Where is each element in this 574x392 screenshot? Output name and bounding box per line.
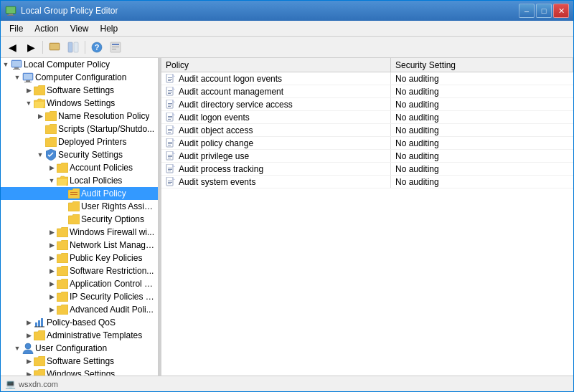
tree-expander-name-resolution[interactable]: ▶ xyxy=(35,111,45,121)
policy-text-audit-system-events: Audit system events xyxy=(179,177,255,187)
tree-expander-user-software-settings[interactable]: ▶ xyxy=(24,356,34,366)
tree-item-software-restriction[interactable]: ▶Software Restriction... xyxy=(1,264,158,277)
tree-expander-software-settings[interactable]: ▶ xyxy=(24,85,34,95)
tree-expander-windows-settings[interactable]: ▼ xyxy=(24,98,34,108)
list-row[interactable]: Audit privilege useNo auditing xyxy=(161,150,573,163)
tree-item-computer-configuration[interactable]: ▼Computer Configuration xyxy=(1,71,158,84)
tree-item-applocker[interactable]: ▶Application Control P... xyxy=(1,277,158,290)
tree-expander-security-settings[interactable]: ▼ xyxy=(35,150,45,160)
tree-item-security-options[interactable]: Security Options xyxy=(1,213,158,226)
tree-item-name-resolution[interactable]: ▶Name Resolution Policy xyxy=(1,110,158,123)
list-row[interactable]: Audit system eventsNo auditing xyxy=(161,176,573,188)
tree-pane[interactable]: ▼Local Computer Policy▼Computer Configur… xyxy=(1,58,159,376)
tree-expander-security-options[interactable] xyxy=(58,214,68,224)
tree-item-audit-policy[interactable]: Audit Policy xyxy=(1,187,158,200)
tree-item-software-settings[interactable]: ▶Software Settings xyxy=(1,84,158,97)
cell-policy-audit-policy-change: Audit policy change xyxy=(161,137,391,149)
tree-expander-user-windows-settings[interactable]: ▶ xyxy=(24,369,34,376)
policy-text-audit-account-logon: Audit account logon events xyxy=(179,74,282,84)
title-bar: Local Group Policy Editor – □ ✕ xyxy=(1,1,573,21)
tree-item-network-list[interactable]: ▶Network List Manage... xyxy=(1,239,158,252)
tree-item-user-windows-settings[interactable]: ▶Windows Settings xyxy=(1,368,158,376)
tree-expander-network-list[interactable]: ▶ xyxy=(47,240,57,250)
tree-item-ip-security[interactable]: ▶IP Security Policies o... xyxy=(1,290,158,303)
forward-button[interactable]: ▶ xyxy=(22,39,39,56)
tree-item-advanced-audit[interactable]: ▶Advanced Audit Poli... xyxy=(1,303,158,316)
tree-expander-computer-configuration[interactable]: ▼ xyxy=(12,72,22,82)
column-header-policy[interactable]: Policy xyxy=(161,58,391,72)
tree-expander-ip-security[interactable]: ▶ xyxy=(47,292,57,302)
main-content: ▼Local Computer Policy▼Computer Configur… xyxy=(1,58,573,376)
minimize-button[interactable]: – xyxy=(519,4,535,18)
tree-label-computer-configuration: Computer Configuration xyxy=(35,72,126,82)
tree-item-user-configuration[interactable]: ▼User Configuration xyxy=(1,342,158,355)
tree-icon-deployed-printers xyxy=(45,136,57,148)
tree-item-user-software-settings[interactable]: ▶Software Settings xyxy=(1,355,158,368)
status-text: wsxdn.com xyxy=(19,380,58,388)
tree-expander-admin-templates[interactable]: ▶ xyxy=(24,330,34,340)
list-row[interactable]: Audit object accessNo auditing xyxy=(161,124,573,137)
tree-expander-user-rights[interactable] xyxy=(58,201,68,211)
show-hide-button[interactable] xyxy=(65,39,82,56)
cell-setting-audit-account-logon: No auditing xyxy=(391,72,573,85)
list-view[interactable]: Policy Security Setting Audit account lo… xyxy=(161,58,573,376)
tree-expander-advanced-audit[interactable]: ▶ xyxy=(47,305,57,315)
tree-label-local-policies: Local Policies xyxy=(70,176,122,186)
menu-view[interactable]: View xyxy=(65,22,95,35)
tree-label-user-software-settings: Software Settings xyxy=(47,356,114,366)
tree-item-account-policies[interactable]: ▶Account Policies xyxy=(1,161,158,174)
tree-item-windows-firewall[interactable]: ▶Windows Firewall wi... xyxy=(1,226,158,239)
svg-rect-21 xyxy=(24,82,32,82)
help-button[interactable]: ? xyxy=(88,39,105,56)
tree-label-policy-based-qos: Policy-based QoS xyxy=(47,317,116,328)
status-icon: 💻 xyxy=(5,379,16,389)
tree-expander-applocker[interactable]: ▶ xyxy=(47,279,57,289)
tree-expander-account-policies[interactable]: ▶ xyxy=(47,163,57,173)
tree-icon-audit-policy xyxy=(68,188,80,199)
maximize-button[interactable]: □ xyxy=(536,4,552,18)
cell-setting-audit-system-events: No auditing xyxy=(391,176,573,188)
tree-label-advanced-audit: Advanced Audit Poli... xyxy=(70,305,154,315)
tree-expander-windows-firewall[interactable]: ▶ xyxy=(47,227,57,237)
tree-expander-local-policies[interactable]: ▼ xyxy=(47,176,57,186)
back-button[interactable]: ◀ xyxy=(4,39,21,56)
menu-action[interactable]: Action xyxy=(29,22,64,35)
list-row[interactable]: Audit account managementNo auditing xyxy=(161,85,573,98)
tree-item-windows-settings[interactable]: ▼Windows Settings xyxy=(1,97,158,110)
svg-rect-60 xyxy=(168,171,171,171)
list-row[interactable]: Audit logon eventsNo auditing xyxy=(161,111,573,124)
tree-item-local-computer-policy[interactable]: ▼Local Computer Policy xyxy=(1,58,158,71)
tree-icon-windows-settings xyxy=(34,97,45,109)
tree-label-admin-templates: Administrative Templates xyxy=(47,330,142,340)
list-row[interactable]: Audit policy changeNo auditing xyxy=(161,137,573,150)
cell-setting-audit-object-access: No auditing xyxy=(391,124,573,136)
menu-file[interactable]: File xyxy=(4,22,29,35)
properties-button[interactable] xyxy=(107,39,124,56)
tree-item-scripts[interactable]: Scripts (Startup/Shutdo... xyxy=(1,123,158,135)
tree-expander-local-computer-policy[interactable]: ▼ xyxy=(1,59,11,70)
tree-item-local-policies[interactable]: ▼Local Policies xyxy=(1,174,158,187)
list-row[interactable]: Audit account logon eventsNo auditing xyxy=(161,72,573,85)
tree-item-security-settings[interactable]: ▼Security Settings xyxy=(1,148,158,161)
close-button[interactable]: ✕ xyxy=(553,4,569,18)
tree-expander-audit-policy[interactable] xyxy=(58,188,68,199)
tree-item-public-key[interactable]: ▶Public Key Policies xyxy=(1,252,158,264)
tree-item-deployed-printers[interactable]: Deployed Printers xyxy=(1,135,158,148)
tree-expander-public-key[interactable]: ▶ xyxy=(47,253,57,263)
cell-setting-audit-account-mgmt: No auditing xyxy=(391,85,573,97)
svg-rect-43 xyxy=(168,118,172,118)
tree-expander-scripts[interactable] xyxy=(35,124,45,134)
tree-item-user-rights[interactable]: User Rights Assignm... xyxy=(1,200,158,213)
list-row[interactable]: Audit directory service accessNo auditin… xyxy=(161,98,573,111)
tree-expander-policy-based-qos[interactable]: ▶ xyxy=(24,317,34,328)
list-row[interactable]: Audit process trackingNo auditing xyxy=(161,163,573,176)
tree-icon-ip-security xyxy=(57,291,68,302)
tree-expander-user-configuration[interactable]: ▼ xyxy=(12,343,22,353)
tree-item-admin-templates[interactable]: ▶Administrative Templates xyxy=(1,329,158,342)
up-button[interactable] xyxy=(46,39,63,56)
column-header-setting[interactable]: Security Setting xyxy=(391,58,573,72)
tree-expander-software-restriction[interactable]: ▶ xyxy=(47,266,57,276)
tree-item-policy-based-qos[interactable]: ▶Policy-based QoS xyxy=(1,316,158,329)
menu-help[interactable]: Help xyxy=(95,22,124,35)
tree-expander-deployed-printers[interactable] xyxy=(35,137,45,147)
